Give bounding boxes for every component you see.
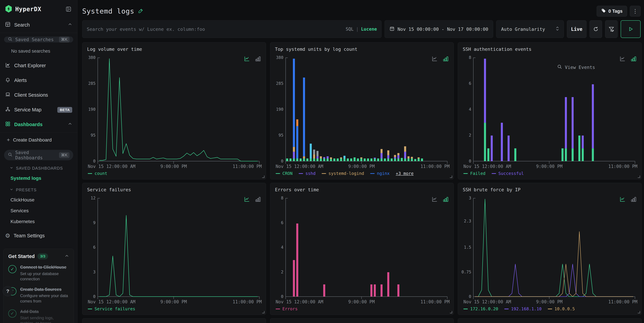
panel-resize-handle[interactable] (450, 311, 452, 313)
tags-button[interactable]: 0 Tags (597, 6, 627, 17)
legend-swatch (464, 173, 468, 174)
y-axis-tick-label: 6 (93, 245, 96, 250)
check-circle-icon: ✓ (8, 309, 16, 317)
line-chart-icon[interactable] (620, 196, 626, 203)
legend-swatch (504, 308, 509, 309)
x-axis-tick-label: 11:00:00 PM (232, 299, 262, 304)
legend-item[interactable]: nginx (370, 171, 390, 176)
chart-type-toggle (244, 196, 261, 203)
legend-item[interactable]: 172.16.0.20 (464, 306, 498, 311)
legend-item[interactable]: sshd (299, 171, 316, 176)
legend-item[interactable]: 192.168.1.10 (504, 306, 542, 311)
help-button[interactable]: ? (3, 286, 13, 296)
legend-item[interactable]: Errors (276, 306, 298, 311)
y-axis-tick-label: 8 (469, 55, 471, 60)
app-root: HyperDX Search Saved Searches ⌘K No save… (0, 0, 644, 323)
y-axis-tick-label: 0 (469, 159, 471, 164)
sidebar-item-chart-explorer[interactable]: Chart Explorer (0, 58, 77, 73)
no-saved-searches-label: No saved searches (0, 44, 77, 58)
legend-item[interactable]: count (88, 171, 107, 176)
sidebar-item-search[interactable]: Search (0, 18, 77, 32)
get-started-header[interactable]: Get Started 3/3 (8, 253, 69, 259)
legend-label: CRON (282, 171, 292, 176)
get-started-step-add-data[interactable]: ✓ Add Data Start sending logs, metrics, … (8, 309, 69, 323)
y-axis-tick-label: 6 (281, 220, 283, 225)
granularity-select[interactable]: Auto Granularity (496, 20, 564, 38)
bar-chart-icon[interactable] (442, 56, 448, 63)
filter-edit-button[interactable] (605, 20, 618, 38)
sidebar-item-clickhouse[interactable]: ClickHouse (0, 194, 77, 205)
date-range-picker[interactable]: 1 Nov 15 00:00:00 - Nov 17 00:00:00 (384, 20, 493, 38)
edit-title-icon[interactable] (138, 8, 144, 14)
legend-item[interactable]: Successful (492, 171, 524, 176)
bar-chart-icon[interactable] (442, 196, 448, 203)
event-search-input[interactable]: Search your events w/ Lucene ex. column:… (82, 20, 382, 38)
plot-area: 129630Nov 15 12:00:00 AM9:00:00 PM11:00:… (98, 198, 260, 296)
legend-item[interactable]: Service failures (88, 306, 135, 311)
sidebar-item-systemd-logs[interactable]: Systemd logs (0, 173, 77, 184)
saved-dashboards-group-header[interactable]: SAVED DASHBOARDS (0, 162, 77, 173)
x-axis-tick-label: Nov 15 12:00:00 AM (276, 299, 323, 304)
panel-resize-handle[interactable] (262, 311, 264, 313)
dashboard-menu-button[interactable]: ⋮ (630, 6, 640, 17)
bar-chart-icon[interactable] (630, 56, 636, 63)
line-chart-icon[interactable] (432, 56, 438, 63)
panel-resize-handle[interactable] (638, 311, 640, 313)
view-events-label: View Events (565, 65, 595, 70)
magnifier-icon (557, 64, 562, 70)
run-query-button[interactable] (621, 20, 640, 38)
saved-dashboards-input[interactable]: Saved Dashboards ⌘K (4, 150, 73, 160)
toggle-separator: | (356, 27, 359, 32)
presets-group-header[interactable]: PRESETS (0, 184, 77, 194)
legend-swatch (299, 173, 303, 174)
legend-more-link[interactable]: +3 more (396, 171, 414, 176)
sql-toggle[interactable]: SQL (346, 27, 354, 32)
get-started-step-connect[interactable]: ✓ Connect to ClickHouse Set up your data… (8, 264, 69, 281)
x-axis-tick-label: Nov 15 12:00:00 AM (464, 164, 511, 169)
chevron-up-icon[interactable] (64, 254, 69, 259)
step-title: Add Data (20, 309, 39, 314)
panel-resize-handle[interactable] (450, 176, 452, 178)
panel-resize-handle[interactable] (638, 176, 640, 178)
line-chart-icon[interactable] (432, 196, 438, 203)
x-axis-tick-label: 9:00:00 PM (536, 164, 563, 169)
sidebar-item-team-settings[interactable]: ⚙ Team Settings (0, 227, 77, 244)
sidebar-item-services[interactable]: Services (0, 205, 77, 216)
y-axis-tick-label: 4 (469, 107, 471, 112)
search-icon (8, 37, 12, 43)
live-button[interactable]: Live (567, 20, 586, 38)
bar-chart-icon[interactable] (255, 56, 261, 63)
bar-chart-icon[interactable] (255, 196, 261, 203)
refresh-button[interactable] (590, 20, 602, 38)
legend-item[interactable]: 10.0.0.5 (548, 306, 575, 311)
line-chart-icon[interactable] (244, 196, 250, 203)
sidebar-item-client-sessions[interactable]: Client Sessions (0, 88, 77, 102)
calendar-icon: 1 (390, 26, 394, 32)
saved-searches-input[interactable]: Saved Searches ⌘K (4, 37, 73, 43)
sidebar-item-service-map[interactable]: Service Map BETA (0, 102, 77, 117)
sidebar-item-label: Dashboards (14, 122, 42, 127)
bar-chart-icon[interactable] (630, 196, 636, 203)
saved-dashboards-placeholder: Saved Dashboards (15, 150, 56, 160)
sidebar-collapse-icon[interactable] (65, 6, 72, 13)
logo-row: HyperDX (0, 0, 77, 18)
chart-type-toggle (432, 56, 448, 63)
line-chart-icon[interactable] (244, 56, 250, 63)
sidebar-item-kubernetes[interactable]: Kubernetes (0, 216, 77, 227)
y-axis-tick-label: 0.75 (462, 270, 471, 274)
main-content: Systemd logs 0 Tags ⋮ Search your events… (78, 0, 644, 323)
sidebar-item-alerts[interactable]: Alerts (0, 73, 77, 88)
create-dashboard-button[interactable]: + Create Dashboard (0, 133, 77, 146)
sidebar-item-dashboards[interactable]: Dashboards (0, 117, 77, 132)
panel-resize-handle[interactable] (262, 176, 264, 178)
lucene-toggle[interactable]: Lucene (361, 27, 377, 32)
legend-item[interactable]: Failed (464, 171, 485, 176)
get-started-step-sources[interactable]: ✓ Create Data Sources Configure where yo… (8, 287, 69, 304)
legend-item[interactable]: CRON (276, 171, 292, 176)
date-range-value: Nov 15 00:00:00 - Nov 17 00:00:00 (398, 27, 488, 32)
granularity-value: Auto Granularity (501, 27, 545, 32)
legend-item[interactable]: systemd-logind (322, 171, 364, 176)
view-events-button[interactable]: View Events (557, 64, 595, 70)
y-axis-tick-label: 9 (93, 220, 96, 225)
line-chart-icon[interactable] (620, 56, 626, 63)
